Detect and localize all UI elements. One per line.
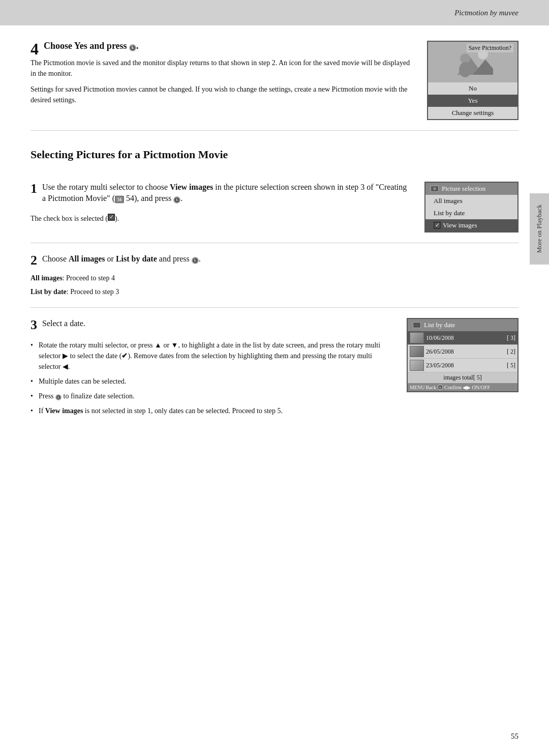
footer-ok: k	[437, 384, 443, 390]
section4-heading-block: 4 Choose Yes and press k.	[30, 41, 412, 57]
picture-selection-screen: Picture selection All images List by dat…	[424, 182, 518, 232]
step1-note: The check box is selected ().	[30, 214, 409, 223]
ok-icon-step2: k	[192, 257, 199, 264]
step2-heading-block: 2 Choose All images or List by date and …	[30, 253, 518, 270]
picture-selection-header: Picture selection	[425, 183, 517, 195]
sidebar-tab: More on Playback	[530, 193, 549, 265]
date-row-3[interactable]: 23/05/2008 [ 5]	[408, 359, 517, 372]
ok-button-icon: k	[129, 44, 136, 51]
step2-title: Choose All images or List by date and pr…	[30, 253, 518, 265]
cam-header-icon	[413, 322, 421, 328]
step2-date-text: : Proceed to step 3	[67, 288, 119, 296]
step-ref-icon: 54	[115, 195, 124, 203]
step1-row: 1 Use the rotary multi selector to choos…	[30, 171, 518, 243]
step2-all-text: : Proceed to step 4	[63, 274, 115, 282]
step3-heading-block: 3 Select a date.	[30, 318, 391, 334]
step2-number: 2	[30, 253, 37, 268]
save-screen-image-area: Save Pictmotion?	[428, 42, 517, 82]
step3-bullets: Rotate the rotary multi selector, or pre…	[30, 340, 391, 416]
step3-bullet4: If View images is not selected in step 1…	[30, 405, 391, 416]
svg-text:54: 54	[117, 197, 121, 202]
checkbox-checked-icon	[108, 214, 115, 221]
header-bar: Pictmotion by muvee	[0, 0, 549, 25]
save-menu-no: No	[428, 82, 517, 95]
footer-confirm: Confirm	[444, 385, 462, 390]
list-by-date-title: List by date	[424, 321, 455, 329]
step3-bullet1: Rotate the rotary multi selector, or pre…	[30, 340, 391, 372]
step4-number: 4	[30, 41, 39, 57]
sidebar-label: More on Playback	[535, 205, 543, 253]
step1-right: Picture selection All images List by dat…	[424, 182, 518, 232]
count-1: [ 3]	[507, 334, 515, 342]
steps-area: 1 Use the rotary multi selector to choos…	[30, 171, 518, 430]
step1-left: 1 Use the rotary multi selector to choos…	[30, 182, 409, 223]
page-number: 55	[511, 732, 518, 741]
count-3: [ 5]	[507, 362, 515, 369]
step1-title: Use the rotary multi selector to choose …	[30, 182, 409, 205]
images-total: images total[ 5]	[408, 372, 517, 383]
step3-row: 3 Select a date. Rotate the rotary multi…	[30, 308, 518, 430]
picture-selection-title: Picture selection	[442, 185, 485, 193]
step4-heading-pre: Choose	[44, 41, 74, 51]
header-title: Pictmotion by muvee	[454, 9, 518, 17]
save-screen-title: Save Pictmotion?	[467, 44, 513, 52]
step1-number: 1	[30, 182, 37, 196]
step2-date-bold: List by date	[30, 288, 67, 296]
list-by-date-footer: MENU Back k Confirm ◀▶ ON/OFF	[408, 383, 517, 391]
step2-sub2: List by date: Proceed to step 3	[30, 286, 518, 297]
section-4: 4 Choose Yes and press k. The Pictmotion…	[30, 25, 518, 131]
menu-list-by-date[interactable]: List by date	[425, 207, 517, 219]
cam-icon-symbol	[431, 186, 439, 192]
main-heading: Selecting Pictures for a Pictmotion Movi…	[30, 143, 518, 161]
step2-all-bold: All images	[30, 274, 63, 282]
ok-icon-step1: k	[173, 196, 180, 203]
save-menu-yes[interactable]: Yes	[428, 95, 517, 107]
thumb-3	[410, 360, 424, 371]
menu-all-images[interactable]: All images	[425, 195, 517, 207]
step3-right: List by date 10/06/2008 [ 3] 26/05/2008	[407, 318, 518, 420]
date-row-2[interactable]: 26/05/2008 [ 2]	[408, 345, 517, 359]
step2-row: 2 Choose All images or List by date and …	[30, 243, 518, 308]
view-images-label: View images	[443, 221, 477, 229]
picture-selection-body: All images List by date View images	[425, 195, 517, 231]
date-2: 26/05/2008	[426, 348, 505, 356]
step2-sub1: All images: Proceed to step 4	[30, 273, 518, 283]
step4-heading: Choose Yes and press k.	[30, 41, 412, 51]
step3-left: 3 Select a date. Rotate the rotary multi…	[30, 318, 391, 420]
footer-onoff: ◀▶ ON/OFF	[463, 385, 490, 390]
view-images-checkbox	[434, 222, 441, 229]
thumb-1	[410, 332, 424, 343]
date-1: 10/06/2008	[426, 334, 505, 342]
step4-heading-mid: and press	[87, 41, 129, 51]
count-2: [ 2]	[507, 348, 515, 356]
list-by-date-screen: List by date 10/06/2008 [ 3] 26/05/2008	[407, 318, 518, 392]
step4-body2: Settings for saved Pictmotion movies can…	[30, 84, 412, 105]
step3-bullet2: Multiple dates can be selected.	[30, 376, 391, 387]
step4-yes: Yes	[74, 41, 87, 51]
footer-back: Back	[425, 385, 436, 390]
thumb-2	[410, 346, 424, 357]
main-content: 4 Choose Yes and press k. The Pictmotion…	[30, 25, 518, 725]
step4-body1: The Pictmotion movie is saved and the mo…	[30, 57, 412, 79]
step1-heading-block: 1 Use the rotary multi selector to choos…	[30, 182, 409, 210]
step2-list-by-date: List by date	[116, 254, 157, 263]
section4-text: 4 Choose Yes and press k. The Pictmotion…	[30, 41, 412, 110]
step4-heading-end: .	[136, 41, 139, 51]
footer-menu: MENU	[410, 385, 424, 390]
list-by-date-header: List by date	[408, 319, 517, 331]
svg-point-5	[459, 62, 471, 77]
page: Pictmotion by muvee More on Playback 55 …	[0, 0, 549, 756]
step1-bold-view: View images	[170, 183, 213, 191]
ok-icon-step3: k	[55, 394, 62, 400]
date-row-1[interactable]: 10/06/2008 [ 3]	[408, 331, 517, 345]
step3-view-images-bold: View images	[45, 407, 83, 415]
step3-title: Select a date.	[30, 318, 391, 329]
step2-left: 2 Choose All images or List by date and …	[30, 253, 518, 297]
menu-view-images[interactable]: View images	[425, 219, 517, 231]
step3-number: 3	[30, 318, 37, 333]
step3-bullet3: Press k to finalize date selection.	[30, 391, 391, 401]
save-pictmotion-screen: Save Pictmotion? No	[427, 41, 518, 120]
date-3: 23/05/2008	[426, 362, 505, 369]
list-by-date-body: 10/06/2008 [ 3] 26/05/2008 [ 2] 23/05/20…	[408, 331, 517, 383]
step2-all-images: All images	[69, 254, 105, 263]
